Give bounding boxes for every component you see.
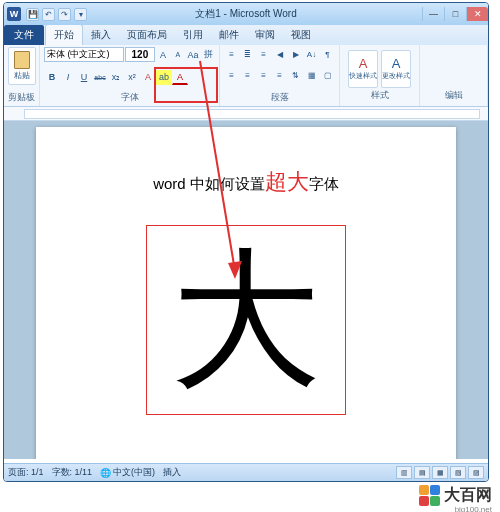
change-styles-label: 更改样式 xyxy=(382,71,410,81)
group-font: 宋体 (中文正文) 120 A A Aa 拼 B I U abc x₂ x² A… xyxy=(40,45,220,106)
file-tab[interactable]: 文件 xyxy=(4,25,44,45)
status-word-count[interactable]: 字数: 1/11 xyxy=(52,466,93,479)
document-text-line[interactable]: word 中如何设置超大字体 xyxy=(66,167,426,197)
paste-button[interactable]: 粘贴 xyxy=(8,47,36,85)
tab-review[interactable]: 审阅 xyxy=(247,25,283,45)
status-bar: 页面: 1/1 字数: 1/11 🌐 中文(中国) 插入 ▥ ▤ ▦ ▧ ▨ xyxy=(4,463,488,481)
increase-indent-button[interactable]: ▶ xyxy=(288,47,303,61)
multilevel-button[interactable]: ≡ xyxy=(256,47,271,61)
group-editing: 编辑 xyxy=(420,45,488,106)
ruler-track xyxy=(24,109,480,119)
tab-home[interactable]: 开始 xyxy=(45,24,83,45)
quick-styles-button[interactable]: A 快速样式 xyxy=(348,50,378,88)
align-center-button[interactable]: ≡ xyxy=(240,69,255,83)
draft-view-button[interactable]: ▨ xyxy=(468,466,484,479)
text-effect-button[interactable]: A xyxy=(140,70,156,85)
horizontal-ruler[interactable] xyxy=(4,107,488,121)
quick-access-toolbar: 💾 ↶ ↷ ▾ xyxy=(26,8,87,21)
close-button[interactable]: ✕ xyxy=(466,7,488,21)
show-marks-button[interactable]: ¶ xyxy=(320,47,335,61)
save-icon[interactable]: 💾 xyxy=(26,8,39,21)
text-suffix: 字体 xyxy=(309,175,339,192)
change-case-icon[interactable]: Aa xyxy=(186,47,200,62)
group-paragraph: ≡ ≣ ≡ ◀ ▶ A↓ ¶ ≡ ≡ ≡ ≡ ⇅ ▦ ▢ 段落 xyxy=(220,45,340,106)
status-language[interactable]: 🌐 中文(中国) xyxy=(100,466,155,479)
fullscreen-view-button[interactable]: ▤ xyxy=(414,466,430,479)
app-window: W 💾 ↶ ↷ ▾ 文档1 - Microsoft Word — □ ✕ 文件 … xyxy=(3,2,489,482)
strikethrough-button[interactable]: abc xyxy=(92,70,108,85)
maximize-button[interactable]: □ xyxy=(444,7,466,21)
document-area[interactable]: word 中如何设置超大字体 大 xyxy=(4,121,488,459)
undo-icon[interactable]: ↶ xyxy=(42,8,55,21)
quick-styles-label: 快速样式 xyxy=(349,71,377,81)
superscript-button[interactable]: x² xyxy=(124,70,140,85)
phonetic-guide-icon[interactable]: 拼 xyxy=(201,47,215,62)
word-app-icon: W xyxy=(7,7,21,21)
minimize-button[interactable]: — xyxy=(422,7,444,21)
borders-button[interactable]: ▢ xyxy=(320,69,335,83)
clipboard-icon xyxy=(14,51,30,69)
bold-button[interactable]: B xyxy=(44,70,60,85)
tab-insert[interactable]: 插入 xyxy=(83,25,119,45)
group-styles: A 快速样式 A 更改样式 样式 xyxy=(340,45,420,106)
clipboard-group-label: 剪贴板 xyxy=(8,91,35,104)
subscript-button[interactable]: x₂ xyxy=(108,70,124,85)
line-spacing-button[interactable]: ⇅ xyxy=(288,69,303,83)
watermark-text: 大百网 xyxy=(444,485,492,506)
status-insert-mode[interactable]: 插入 xyxy=(163,466,181,479)
web-view-button[interactable]: ▦ xyxy=(432,466,448,479)
decrease-indent-button[interactable]: ◀ xyxy=(272,47,287,61)
group-clipboard: 粘贴 剪贴板 xyxy=(4,45,40,106)
outline-view-button[interactable]: ▧ xyxy=(450,466,466,479)
align-right-button[interactable]: ≡ xyxy=(256,69,271,83)
text-red-emphasis: 超大 xyxy=(265,169,309,194)
grow-font-icon[interactable]: A xyxy=(156,47,170,62)
tab-mailings[interactable]: 邮件 xyxy=(211,25,247,45)
big-character[interactable]: 大 xyxy=(171,245,321,395)
styles-icon: A xyxy=(359,56,368,71)
text-prefix: word 中如何设置 xyxy=(153,175,265,192)
sort-button[interactable]: A↓ xyxy=(304,47,319,61)
shading-button[interactable]: ▦ xyxy=(304,69,319,83)
tab-references[interactable]: 引用 xyxy=(175,25,211,45)
status-page[interactable]: 页面: 1/1 xyxy=(8,466,44,479)
align-left-button[interactable]: ≡ xyxy=(224,69,239,83)
bullets-button[interactable]: ≡ xyxy=(224,47,239,61)
tab-view[interactable]: 视图 xyxy=(283,25,319,45)
change-styles-button[interactable]: A 更改样式 xyxy=(381,50,411,88)
view-controls: ▥ ▤ ▦ ▧ ▨ xyxy=(396,466,484,479)
print-layout-view-button[interactable]: ▥ xyxy=(396,466,412,479)
highlight-button[interactable]: ab xyxy=(156,70,172,85)
page[interactable]: word 中如何设置超大字体 大 xyxy=(36,127,456,459)
title-bar: W 💾 ↶ ↷ ▾ 文档1 - Microsoft Word — □ ✕ xyxy=(4,3,488,25)
window-controls: — □ ✕ xyxy=(422,7,488,21)
font-name-selector[interactable]: 宋体 (中文正文) xyxy=(44,47,124,62)
annotation-result-box: 大 xyxy=(146,225,346,415)
window-title: 文档1 - Microsoft Word xyxy=(195,7,297,21)
ribbon: 粘贴 剪贴板 宋体 (中文正文) 120 A A Aa 拼 B I U abc … xyxy=(4,45,488,107)
editing-group-label: 编辑 xyxy=(422,89,485,102)
watermark-logo: 大百网 xyxy=(418,484,492,506)
justify-button[interactable]: ≡ xyxy=(272,69,287,83)
font-size-input[interactable]: 120 xyxy=(125,47,155,62)
watermark-icon xyxy=(418,484,440,506)
redo-icon[interactable]: ↷ xyxy=(58,8,71,21)
underline-button[interactable]: U xyxy=(76,70,92,85)
shrink-font-icon[interactable]: A xyxy=(171,47,185,62)
styles-group-label: 样式 xyxy=(371,89,389,102)
paste-label: 粘贴 xyxy=(14,70,30,81)
ribbon-tabs: 文件 开始 插入 页面布局 引用 邮件 审阅 视图 xyxy=(4,25,488,45)
font-group-label: 字体 xyxy=(44,91,215,104)
qat-more-icon[interactable]: ▾ xyxy=(74,8,87,21)
italic-button[interactable]: I xyxy=(60,70,76,85)
watermark-url: big100.net xyxy=(455,505,492,512)
numbering-button[interactable]: ≣ xyxy=(240,47,255,61)
font-color-button[interactable]: A xyxy=(172,70,188,85)
tab-layout[interactable]: 页面布局 xyxy=(119,25,175,45)
change-styles-icon: A xyxy=(392,56,401,71)
paragraph-group-label: 段落 xyxy=(224,91,335,104)
